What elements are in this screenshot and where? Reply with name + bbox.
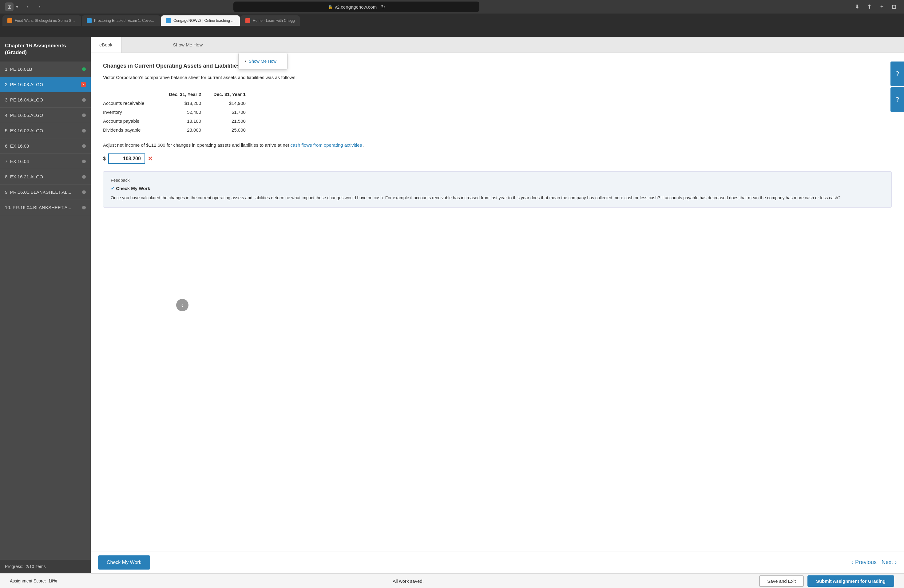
cash-flows-link[interactable]: cash flows from operating activities: [291, 142, 362, 148]
score-label-text: Assignment Score:: [10, 579, 46, 583]
sidebar-item-label-8: 8. EX.16.21.ALGO: [5, 174, 43, 179]
sidebar-item-5[interactable]: 5. EX.16.02.ALGO: [0, 123, 91, 138]
right-panel-btn-1[interactable]: ?: [890, 62, 904, 86]
score-value: 10%: [48, 579, 57, 583]
sidebar-item-2[interactable]: 2. PE.16.03.ALGO ✕: [0, 77, 91, 92]
forward-btn[interactable]: ›: [34, 2, 45, 12]
sidebar-item-6[interactable]: 6. EX.16.03: [0, 138, 91, 154]
sidebar-item-label-5: 5. EX.16.02.ALGO: [5, 128, 43, 133]
sidebar-dot-red-2: ✕: [81, 82, 86, 87]
sidebar-item-10[interactable]: 10. PR.16.04.BLANKSHEET.A...: [0, 200, 91, 215]
row-year2-4: 23,000: [169, 125, 213, 134]
error-x-icon[interactable]: ✕: [148, 155, 153, 162]
address-bar[interactable]: 🔒 v2.cengagenow.com ↻: [233, 2, 479, 12]
tabs-icon[interactable]: ⊡: [889, 2, 899, 12]
sidebar-item-9[interactable]: 9. PR.16.01.BLANKSHEET.AL...: [0, 185, 91, 200]
tab-favicon-4: [245, 18, 250, 23]
next-button[interactable]: Next ›: [882, 559, 897, 566]
tab-label-4: Home - Learn with Chegg: [253, 19, 295, 23]
sidebar-item-4[interactable]: 4. PE.16.05.ALGO: [0, 107, 91, 123]
sidebar-dot-5: [82, 129, 86, 133]
url-text: v2.cengagenow.com: [335, 4, 377, 9]
sidebar-dot-green-1: [82, 67, 86, 71]
ebook-tab[interactable]: eBook: [91, 37, 122, 52]
tab-favicon-2: [87, 18, 92, 23]
tab-proctoring[interactable]: Proctoring Enabled: Exam 1: Covering Cha…: [82, 15, 161, 26]
feedback-text: Once you have calculated the changes in …: [111, 194, 884, 201]
sidebar-item-8[interactable]: 8. EX.16.21.ALGO: [0, 169, 91, 185]
share-icon[interactable]: ⬆: [864, 2, 874, 12]
answer-input[interactable]: [108, 153, 145, 164]
table-row: Inventory 52,400 61,700: [103, 107, 258, 117]
sidebar-item-label-6: 6. EX.16.03: [5, 143, 29, 149]
sidebar-dot-10: [82, 206, 86, 209]
footer-bar: Assignment Score: 10% All work saved. Sa…: [0, 573, 904, 588]
tab-food-wars[interactable]: Food Wars: Shokugeki no Soma Season 2 Ep…: [2, 15, 81, 26]
sidebar-item-1[interactable]: 1. PE.16.01B: [0, 62, 91, 77]
browser-chrome: ⊞ ▾ ‹ › 🔒 v2.cengagenow.com ↻ ⬇ ⬆ + ⊡ Fo…: [0, 0, 904, 37]
score-label: Assignment Score: 10%: [10, 579, 57, 583]
show-me-how-tab[interactable]: Show Me How: [164, 37, 212, 52]
sidebar-collapse-btn[interactable]: ‹: [176, 299, 188, 311]
sidebar-wrapper: Chapter 16 Assignments (Graded) 1. PE.16…: [0, 37, 91, 573]
tab-cengage[interactable]: CengageNOWv2 | Online teaching and learn…: [161, 15, 240, 26]
table-row: Accounts payable 18,100 21,500: [103, 117, 258, 125]
tab-favicon-3: [166, 18, 171, 23]
row-year1-2: 61,700: [213, 107, 258, 117]
submit-assignment-button[interactable]: Submit Assignment for Grading: [808, 575, 894, 587]
check-my-work-button[interactable]: Check My Work: [98, 555, 150, 569]
previous-label: Previous: [855, 559, 877, 566]
progress-value: 2/10 items: [26, 564, 46, 569]
sidebar-item-3[interactable]: 3. PE.16.04.ALGO: [0, 92, 91, 107]
feedback-title: ✓ Check My Work: [111, 186, 884, 191]
reload-icon[interactable]: ↻: [381, 4, 385, 10]
sidebar-progress: Progress: 2/10 items: [0, 560, 91, 573]
row-year1-3: 21,500: [213, 117, 258, 125]
sidebar-item-label-4: 4. PE.16.05.ALGO: [5, 112, 43, 118]
spacer-tab: [122, 37, 164, 52]
chevron-down-icon: ▾: [16, 4, 18, 9]
sidebar-dot-8: [82, 175, 86, 179]
right-panel: ? ?: [890, 62, 904, 113]
tab-chegg[interactable]: Home - Learn with Chegg: [240, 15, 300, 26]
sidebar-title: Chapter 16 Assignments (Graded): [0, 37, 91, 62]
dropdown-bullet: •: [245, 59, 246, 64]
sidebar: Chapter 16 Assignments (Graded) 1. PE.16…: [0, 37, 91, 573]
section-title: Changes in Current Operating Assets and …: [103, 63, 892, 69]
lock-icon: 🔒: [328, 5, 333, 9]
adjust-text-part2: .: [363, 142, 364, 148]
new-tab-icon[interactable]: +: [877, 2, 887, 12]
row-year2-2: 52,400: [169, 107, 213, 117]
sidebar-item-label-2: 2. PE.16.03.ALGO: [5, 82, 43, 87]
balance-sheet-table: Dec. 31, Year 2 Dec. 31, Year 1 Accounts…: [103, 90, 892, 134]
previous-button[interactable]: ‹ Previous: [852, 559, 877, 566]
row-label-1: Accounts receivable: [103, 99, 169, 107]
browser-nav: ‹ ›: [22, 2, 45, 12]
sidebar-toggle-btn[interactable]: ⊞: [5, 2, 14, 11]
sidebar-dot-4: [82, 114, 86, 117]
dollar-sign: $: [103, 156, 106, 161]
row-year1-1: $14,900: [213, 99, 258, 107]
content-bottom-bar: Check My Work ‹ Previous Next ›: [91, 551, 904, 573]
sidebar-dot-9: [82, 190, 86, 194]
table-header-year1: Dec. 31, Year 1: [213, 90, 258, 99]
footer-buttons: Save and Exit Submit Assignment for Grad…: [759, 575, 894, 587]
table-header-label: [103, 90, 169, 99]
sidebar-item-label-3: 3. PE.16.04.ALGO: [5, 97, 43, 103]
browser-titlebar: ⊞ ▾ ‹ › 🔒 v2.cengagenow.com ↻ ⬇ ⬆ + ⊡: [0, 0, 904, 14]
row-label-3: Accounts payable: [103, 117, 169, 125]
download-icon[interactable]: ⬇: [852, 2, 862, 12]
back-btn[interactable]: ‹: [22, 2, 33, 12]
tab-label-1: Food Wars: Shokugeki no Soma Season 2 Ep…: [15, 19, 76, 23]
chevron-left-icon: ‹: [852, 559, 853, 566]
tab-favicon-1: [7, 18, 12, 23]
show-me-how-dropdown: • Show Me How: [238, 53, 288, 70]
balance-table-inner: Dec. 31, Year 2 Dec. 31, Year 1 Accounts…: [103, 90, 258, 134]
right-panel-btn-2[interactable]: ?: [890, 87, 904, 112]
save-exit-button[interactable]: Save and Exit: [759, 575, 804, 587]
sidebar-item-7[interactable]: 7. EX.16.04: [0, 154, 91, 169]
ebook-tab-label: eBook: [99, 42, 112, 47]
input-row: $ ✕: [103, 153, 892, 164]
dropdown-item-show-me-how[interactable]: • Show Me How: [239, 56, 287, 67]
browser-tabs: Food Wars: Shokugeki no Soma Season 2 Ep…: [0, 14, 904, 26]
